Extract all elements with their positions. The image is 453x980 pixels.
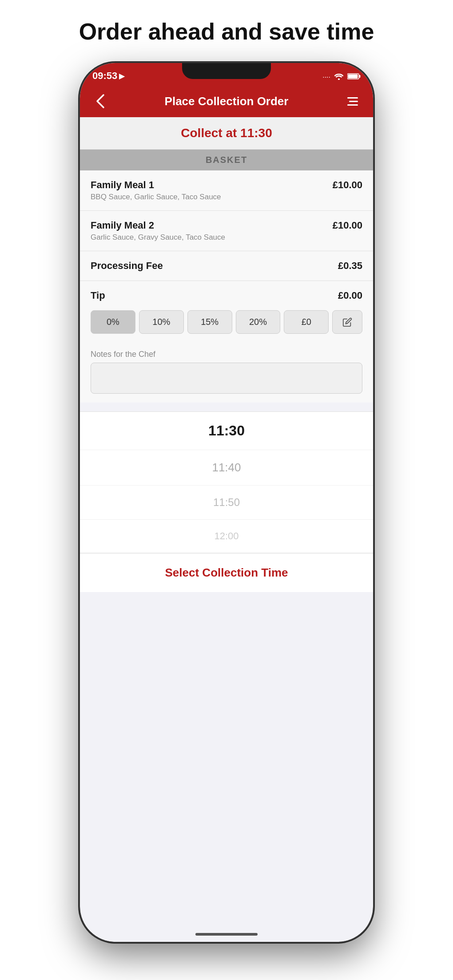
item-1-price: £10.00 bbox=[333, 179, 362, 191]
basket-label: BASKET bbox=[206, 155, 247, 165]
notes-input[interactable] bbox=[91, 363, 362, 394]
tip-btn-custom[interactable]: £0 bbox=[284, 310, 329, 334]
processing-fee-label: Processing Fee bbox=[91, 260, 163, 272]
tip-btn-20pct[interactable]: 20% bbox=[236, 310, 281, 334]
phone-frame: 09:53 ▶ ···· bbox=[80, 63, 373, 942]
phone-notch bbox=[182, 63, 271, 79]
basket-items: Family Meal 1 BBQ Sauce, Garlic Sauce, T… bbox=[80, 170, 373, 403]
time-picker: 11:30 11:40 11:50 12:00 bbox=[80, 411, 373, 553]
time-option-1140[interactable]: 11:40 bbox=[80, 450, 373, 486]
wifi-icon bbox=[334, 73, 344, 82]
time-option-1200[interactable]: 12:00 bbox=[80, 520, 373, 553]
home-indicator bbox=[195, 933, 258, 936]
back-button[interactable] bbox=[91, 91, 110, 111]
collect-time-banner: Collect at 11:30 bbox=[80, 117, 373, 150]
item-1-desc: BBQ Sauce, Garlic Sauce, Taco Sauce bbox=[91, 193, 326, 202]
content-area: Collect at 11:30 BASKET Family Meal 1 BB… bbox=[80, 117, 373, 592]
svg-rect-1 bbox=[359, 75, 361, 78]
tip-edit-button[interactable] bbox=[332, 310, 362, 334]
tip-btn-15pct[interactable]: 15% bbox=[187, 310, 232, 334]
tip-price: £0.00 bbox=[338, 290, 362, 301]
item-2-desc: Garlic Sauce, Gravy Sauce, Taco Sauce bbox=[91, 233, 326, 242]
basket-item-2: Family Meal 2 Garlic Sauce, Gravy Sauce,… bbox=[80, 211, 373, 251]
item-2-price: £10.00 bbox=[333, 220, 362, 231]
basket-item-1: Family Meal 1 BBQ Sauce, Garlic Sauce, T… bbox=[80, 170, 373, 211]
battery-icon bbox=[347, 73, 361, 82]
tip-btn-10pct[interactable]: 10% bbox=[139, 310, 184, 334]
nav-title: Place Collection Order bbox=[110, 95, 343, 108]
select-collection-time-button[interactable]: Select Collection Time bbox=[80, 553, 373, 592]
tip-btn-0pct[interactable]: 0% bbox=[91, 310, 135, 334]
tip-label: Tip bbox=[91, 290, 105, 301]
processing-fee-row: Processing Fee £0.35 bbox=[80, 251, 373, 281]
collect-time-text: Collect at 11:30 bbox=[181, 126, 272, 140]
time-option-1130[interactable]: 11:30 bbox=[80, 412, 373, 450]
status-icons: ···· bbox=[322, 73, 361, 82]
tip-row: Tip £0.00 bbox=[80, 281, 373, 307]
signal-dots-icon: ···· bbox=[322, 73, 330, 81]
nav-bar: Place Collection Order bbox=[80, 85, 373, 117]
pencil-icon bbox=[342, 317, 352, 327]
tip-buttons-group: 0% 10% 15% 20% £0 bbox=[80, 307, 373, 343]
status-time: 09:53 ▶ bbox=[92, 70, 124, 82]
notes-section: Notes for the Chef bbox=[80, 343, 373, 403]
item-1-info: Family Meal 1 BBQ Sauce, Garlic Sauce, T… bbox=[91, 179, 326, 202]
notes-label: Notes for the Chef bbox=[91, 350, 362, 359]
page-headline: Order ahead and save time bbox=[52, 18, 401, 45]
phone-screen: 09:53 ▶ ···· bbox=[80, 63, 373, 942]
location-icon: ▶ bbox=[119, 72, 124, 80]
menu-icon bbox=[347, 97, 358, 106]
menu-button[interactable] bbox=[343, 91, 362, 111]
processing-fee-price: £0.35 bbox=[338, 260, 362, 272]
basket-header: BASKET bbox=[80, 150, 373, 170]
svg-rect-2 bbox=[348, 75, 358, 79]
status-time-text: 09:53 bbox=[92, 70, 117, 82]
item-1-name: Family Meal 1 bbox=[91, 179, 326, 191]
time-option-1150[interactable]: 11:50 bbox=[80, 486, 373, 520]
item-2-name: Family Meal 2 bbox=[91, 220, 326, 231]
item-2-info: Family Meal 2 Garlic Sauce, Gravy Sauce,… bbox=[91, 220, 326, 242]
